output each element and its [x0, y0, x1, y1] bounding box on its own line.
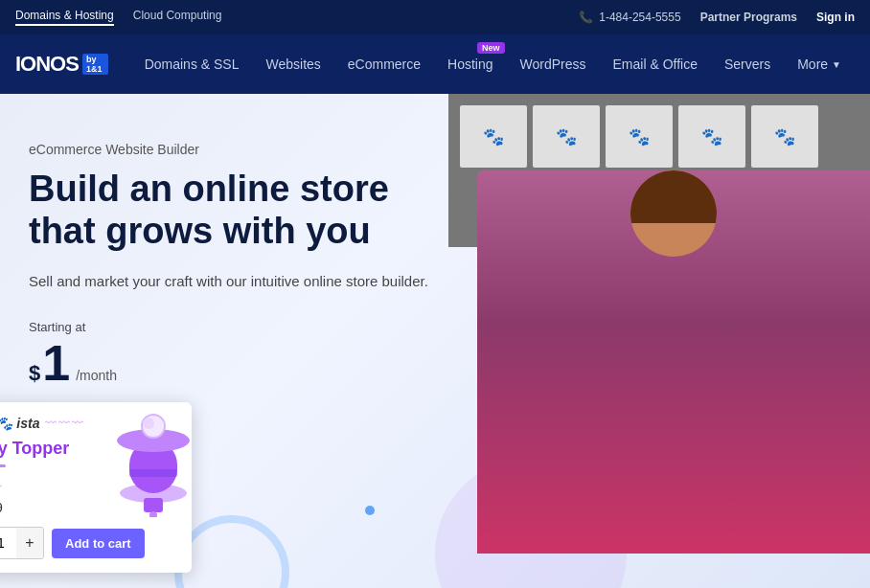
- top-bar-links: Domains & Hosting Cloud Computing: [15, 9, 221, 26]
- hosting-badge: New: [477, 42, 505, 54]
- product-actions: - + Add to cart: [0, 527, 176, 559]
- partner-programs-link[interactable]: Partner Programs: [700, 11, 797, 24]
- wavy-line-2: 〰〰〰〰: [0, 482, 4, 492]
- nav-items: Domains & SSL Websites eCommerce Hosting…: [131, 34, 785, 94]
- svg-rect-7: [144, 498, 163, 512]
- shelf-box: 🐾: [751, 105, 818, 168]
- product-underline: [0, 464, 6, 467]
- price-period: /month: [76, 368, 117, 383]
- add-to-cart-button[interactable]: Add to cart: [52, 529, 145, 558]
- shelf-box: 🐾: [460, 105, 527, 168]
- nav-item-email[interactable]: Email & Office: [600, 34, 711, 94]
- hero-section: eCommerce Website Builder Build an onlin…: [0, 94, 870, 588]
- product-card: feline 🐾 ista 〰〰〰 Tabby Topper 〰〰〰〰 $ 29…: [0, 402, 192, 573]
- store-name: feline 🐾 ista: [0, 416, 39, 431]
- cloud-computing-link[interactable]: Cloud Computing: [133, 9, 222, 26]
- price-dollar: $: [29, 361, 40, 386]
- top-bar: Domains & Hosting Cloud Computing 📞 1-48…: [0, 0, 870, 34]
- hero-price: Starting at $ 1 /month: [29, 320, 441, 388]
- paw-icon: 🐾: [0, 416, 12, 431]
- svg-point-4: [143, 418, 154, 429]
- nav-bar: IONOS by 1&1 Domains & SSL Websites eCom…: [0, 34, 870, 94]
- nav-item-wordpress[interactable]: WordPress: [507, 34, 600, 94]
- logo-suffix: by 1&1: [82, 54, 108, 75]
- logo-text: IONOS: [15, 52, 79, 77]
- quantity-control: - +: [0, 527, 44, 559]
- more-chevron-icon: ▼: [832, 59, 841, 70]
- price-amount: $ 1 /month: [29, 338, 441, 388]
- qty-plus-button[interactable]: +: [16, 528, 43, 558]
- nav-item-websites[interactable]: Websites: [252, 34, 333, 94]
- logo[interactable]: IONOS by 1&1: [15, 52, 108, 77]
- price-label: Starting at: [29, 320, 441, 334]
- phone-icon: 📞: [579, 11, 593, 24]
- signin-link[interactable]: Sign in: [816, 11, 855, 24]
- nav-item-servers[interactable]: Servers: [711, 34, 784, 94]
- hero-title: Build an online store that grows with yo…: [29, 169, 441, 252]
- svg-rect-6: [129, 469, 177, 477]
- hero-description: Sell and market your craft with our intu…: [29, 271, 441, 293]
- product-image: [115, 412, 201, 517]
- domains-hosting-link[interactable]: Domains & Hosting: [15, 9, 114, 26]
- nav-more[interactable]: More ▼: [784, 34, 855, 94]
- nav-item-hosting[interactable]: Hosting New: [434, 34, 506, 94]
- svg-point-5: [154, 419, 164, 429]
- shelf-box: 🐾: [606, 105, 673, 168]
- shelf-box: 🐾: [533, 105, 600, 168]
- wavy-line: 〰〰〰: [45, 417, 85, 430]
- shelf-box: 🐾: [678, 105, 745, 168]
- deco-dot-1: [365, 506, 375, 515]
- woman-figure: [477, 170, 870, 554]
- nav-item-ecommerce[interactable]: eCommerce: [334, 34, 434, 94]
- hero-image: 🐾 🐾 🐾 🐾 🐾: [448, 94, 870, 554]
- top-bar-right: 📞 1-484-254-5555 Partner Programs Sign i…: [579, 11, 855, 24]
- price-number: 1: [42, 338, 70, 388]
- phone-number: 📞 1-484-254-5555: [579, 11, 680, 24]
- hero-subtitle: eCommerce Website Builder: [29, 142, 441, 157]
- woman-head: [630, 170, 717, 257]
- nav-item-domains[interactable]: Domains & SSL: [131, 34, 253, 94]
- qty-input[interactable]: [0, 535, 16, 551]
